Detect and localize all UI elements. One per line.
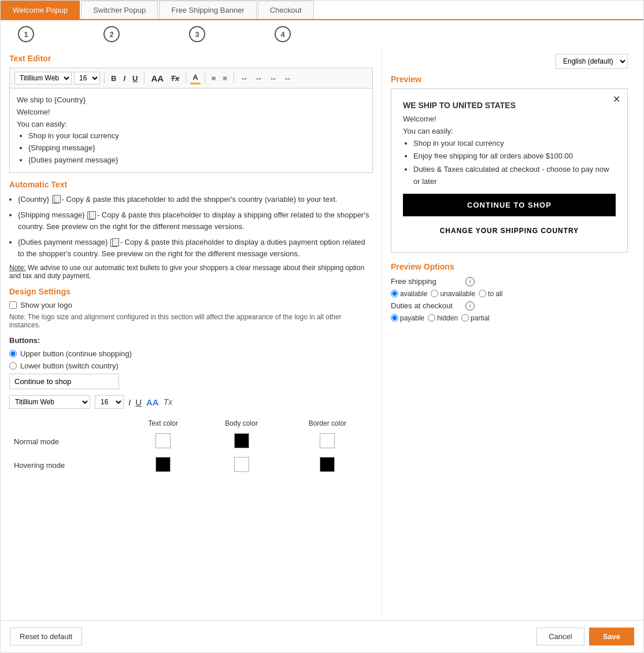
preview-close-icon[interactable]: ✕ — [613, 94, 620, 105]
preview-subtitle: You can easily: — [403, 126, 616, 138]
cancel-button[interactable]: Cancel — [536, 628, 584, 645]
free-shipping-label: Free shipping — [391, 277, 460, 286]
hovering-mode-row: Hovering mode — [9, 453, 373, 477]
editor-line-1: We ship to {Country} — [17, 94, 365, 106]
copy-country-icon[interactable] — [52, 195, 59, 204]
underline-button[interactable]: U — [130, 73, 140, 84]
tab-welcome-popup[interactable]: Welcome Popup — [1, 1, 80, 19]
ordered-list-button[interactable]: ≡ — [220, 73, 230, 84]
show-logo-checkbox[interactable] — [9, 301, 17, 309]
duties-payable-radio[interactable] — [391, 314, 398, 322]
italic-button[interactable]: I — [121, 73, 128, 84]
editor-line-2: Welcome! — [17, 106, 365, 119]
normal-body-color-swatch[interactable] — [234, 433, 249, 448]
btn-underline-button[interactable]: U — [135, 397, 142, 407]
align-right-button[interactable]: ↔ — [267, 73, 279, 84]
tab-checkout[interactable]: Checkout — [258, 1, 314, 19]
hover-text-color-swatch[interactable] — [156, 457, 171, 472]
copy-shipping-icon[interactable] — [87, 212, 94, 220]
right-panel: English (default) Preview ✕ WE SHIP TO U… — [382, 48, 636, 620]
clear-format-button[interactable]: Tx — [168, 73, 182, 84]
editor-area[interactable]: We ship to {Country} Welcome! You can ea… — [9, 88, 373, 173]
preview-bullets: Shop in your local currency Enjoy free s… — [413, 138, 616, 188]
text-editor-section: Text Editor Titillium Web 16 B I U AA Tx — [9, 54, 373, 173]
tab-switcher-popup[interactable]: Switcher Popup — [81, 1, 158, 19]
upper-button-radio[interactable] — [9, 350, 17, 357]
normal-border-color-swatch[interactable] — [320, 433, 335, 448]
preview-bullet-1: Shop in your local currency — [413, 138, 616, 150]
auto-text-item-country: {Country} - Copy & paste this placeholde… — [18, 194, 373, 205]
left-panel: Text Editor Titillium Web 16 B I U AA Tx — [1, 48, 382, 620]
duties-checkout-info-icon[interactable]: i — [465, 301, 475, 311]
free-shipping-options-row: available unavailable to all — [391, 290, 628, 298]
font-size-select[interactable]: 16 — [74, 72, 100, 84]
free-shipping-toall-option[interactable]: to all — [479, 290, 502, 298]
align-justify-button[interactable]: ↔ — [282, 73, 294, 84]
duties-payable-label: payable — [400, 314, 424, 322]
font-color-button[interactable]: A — [190, 72, 200, 84]
color-table: Text color Body color Border color Norma… — [9, 417, 373, 477]
tab-free-shipping-banner[interactable]: Free Shipping Banner — [159, 1, 256, 19]
free-shipping-available-option[interactable]: available — [391, 290, 427, 298]
free-shipping-available-label: available — [400, 290, 427, 298]
preview-popup-title: WE SHIP TO UNITED STATES — [403, 101, 616, 110]
editor-line-3: You can easily: — [17, 119, 365, 131]
btn-clear-button[interactable]: Tx — [164, 397, 173, 407]
show-logo-row: Show your logo — [9, 301, 373, 309]
color-table-header-body: Body color — [201, 417, 282, 430]
duties-partial-option[interactable]: partial — [461, 314, 490, 322]
preview-primary-button[interactable]: CONTINUE TO SHOP — [403, 194, 616, 216]
bold-button[interactable]: B — [109, 73, 119, 84]
auto-text-item-duties: {Duties payment message} - Copy & paste … — [18, 237, 373, 259]
preview-popup-body: Welcome! You can easily: Shop in your lo… — [403, 113, 616, 188]
btn-font-size-select[interactable]: 16 — [95, 395, 124, 409]
toolbar-sep-2 — [144, 73, 145, 83]
font-size-large-button[interactable]: AA — [149, 72, 166, 84]
align-left-button[interactable]: ↔ — [238, 73, 250, 84]
font-family-select[interactable]: Titillium Web — [14, 72, 72, 84]
toolbar-sep-5 — [234, 73, 234, 83]
free-shipping-toall-radio[interactable] — [479, 290, 486, 297]
editor-bullet-2: {Shipping message} — [28, 142, 365, 154]
editor-bullet-3: {Duties payment message} — [28, 154, 365, 167]
hover-border-color-swatch[interactable] — [320, 457, 335, 472]
duties-partial-label: partial — [471, 314, 490, 322]
step-3: 3 — [189, 26, 205, 42]
duties-partial-radio[interactable] — [461, 314, 469, 322]
upper-button-row: Upper button (continue shopping) — [9, 349, 373, 358]
preview-secondary-button[interactable]: CHANGE YOUR SHIPPING COUNTRY — [403, 221, 616, 241]
btn-italic-button[interactable]: I — [128, 397, 131, 407]
btn-aa-button[interactable]: AA — [146, 397, 159, 407]
free-shipping-available-radio[interactable] — [391, 290, 398, 297]
color-table-header-border: Border color — [282, 417, 373, 430]
btn-font-select[interactable]: Titillium Web — [9, 395, 90, 409]
automatic-text-section: Automatic Text {Country} - Copy & paste … — [9, 180, 373, 281]
preview-options-section: Preview Options Free shipping i availabl… — [391, 262, 628, 322]
automatic-text-list: {Country} - Copy & paste this placeholde… — [18, 194, 373, 260]
normal-text-color-swatch[interactable] — [156, 433, 171, 448]
color-table-header-text: Text color — [125, 417, 201, 430]
free-shipping-info-icon[interactable]: i — [465, 277, 475, 286]
duties-payable-option[interactable]: payable — [391, 314, 424, 322]
duties-hidden-radio[interactable] — [428, 314, 435, 322]
preview-options-title: Preview Options — [391, 262, 628, 271]
copy-duties-icon[interactable] — [110, 239, 117, 247]
free-shipping-unavailable-option[interactable]: unavailable — [431, 290, 475, 298]
lower-button-radio[interactable] — [9, 362, 17, 370]
language-select[interactable]: English (default) — [556, 54, 628, 69]
reset-to-default-button[interactable]: Reset to default — [10, 628, 82, 645]
text-editor-title: Text Editor — [9, 54, 373, 63]
normal-mode-row: Normal mode — [9, 430, 373, 453]
step-4: 4 — [275, 26, 291, 42]
save-button[interactable]: Save — [589, 628, 634, 645]
duties-hidden-option[interactable]: hidden — [428, 314, 458, 322]
design-settings-title: Design Settings — [9, 287, 373, 296]
free-shipping-unavailable-radio[interactable] — [431, 290, 438, 297]
button-text-input[interactable] — [9, 374, 119, 389]
unordered-list-button[interactable]: ≡ — [209, 73, 219, 84]
logo-note: Note: The logo size and alignment config… — [9, 313, 373, 329]
free-shipping-unavailable-label: unavailable — [440, 290, 475, 298]
hover-body-color-swatch[interactable] — [234, 457, 249, 472]
duties-hidden-label: hidden — [437, 314, 458, 322]
align-center-button[interactable]: ↔ — [253, 73, 265, 84]
